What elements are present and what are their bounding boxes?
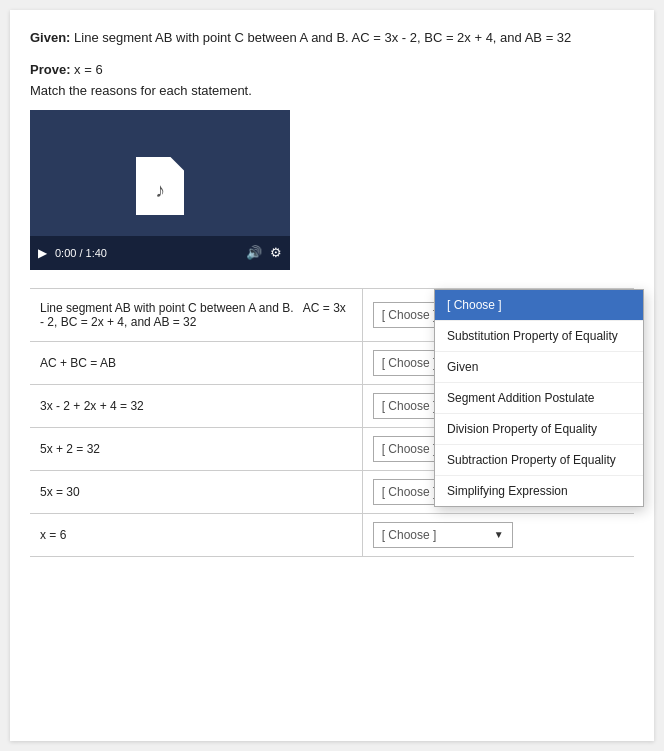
proof-table: Line segment AB with point C between A a… bbox=[30, 288, 634, 557]
dropdown-option-choose[interactable]: [ Choose ] bbox=[435, 290, 643, 321]
dropdown-option-segment[interactable]: Segment Addition Postulate bbox=[435, 383, 643, 414]
reason-cell-1: [ Choose ] ▼ [ Choose ] Substitution Pro… bbox=[362, 288, 634, 341]
statement-cell-3: 3x - 2 + 2x + 4 = 32 bbox=[30, 384, 362, 427]
dropdown-option-simplifying[interactable]: Simplifying Expression bbox=[435, 476, 643, 506]
table-row: Line segment AB with point C between A a… bbox=[30, 288, 634, 341]
given-text: Given: Line segment AB with point C betw… bbox=[30, 28, 634, 48]
time-display: 0:00 / 1:40 bbox=[55, 247, 238, 259]
match-instructions: Match the reasons for each statement. bbox=[30, 83, 634, 98]
dropdown-arrow-6: ▼ bbox=[494, 529, 504, 540]
given-value: Line segment AB with point C between A a… bbox=[74, 30, 571, 45]
prove-value: x = 6 bbox=[74, 62, 103, 77]
choose-label-2: [ Choose ] bbox=[382, 356, 437, 370]
settings-icon[interactable]: ⚙ bbox=[270, 245, 282, 260]
statement-cell-1: Line segment AB with point C between A a… bbox=[30, 288, 362, 341]
choose-label-3: [ Choose ] bbox=[382, 399, 437, 413]
choose-label-1: [ Choose ] bbox=[382, 308, 437, 322]
video-player: ▶ 0:00 / 1:40 🔊 ⚙ bbox=[30, 110, 290, 270]
choose-label-6: [ Choose ] bbox=[382, 528, 437, 542]
dropdown-menu-1[interactable]: [ Choose ] Substitution Property of Equa… bbox=[434, 289, 644, 507]
statement-cell-4: 5x + 2 = 32 bbox=[30, 427, 362, 470]
reason-dropdown-6[interactable]: [ Choose ] ▼ bbox=[373, 522, 513, 548]
play-button[interactable]: ▶ bbox=[38, 246, 47, 260]
choose-label-4: [ Choose ] bbox=[382, 442, 437, 456]
video-thumbnail-icon bbox=[136, 157, 184, 215]
volume-icon[interactable]: 🔊 bbox=[246, 245, 262, 260]
given-label: Given: bbox=[30, 30, 70, 45]
statement-cell-5: 5x = 30 bbox=[30, 470, 362, 513]
dropdown-option-division[interactable]: Division Property of Equality bbox=[435, 414, 643, 445]
reason-cell-6: [ Choose ] ▼ bbox=[362, 513, 634, 556]
page-container: Given: Line segment AB with point C betw… bbox=[10, 10, 654, 741]
dropdown-option-given[interactable]: Given bbox=[435, 352, 643, 383]
statement-cell-6: x = 6 bbox=[30, 513, 362, 556]
prove-text: Prove: x = 6 bbox=[30, 62, 634, 77]
video-controls-bar: ▶ 0:00 / 1:40 🔊 ⚙ bbox=[30, 236, 290, 270]
statement-cell-2: AC + BC = AB bbox=[30, 341, 362, 384]
prove-label: Prove: bbox=[30, 62, 70, 77]
table-row: x = 6 [ Choose ] ▼ bbox=[30, 513, 634, 556]
dropdown-option-substitution[interactable]: Substitution Property of Equality bbox=[435, 321, 643, 352]
dropdown-option-subtraction[interactable]: Subtraction Property of Equality bbox=[435, 445, 643, 476]
choose-label-5: [ Choose ] bbox=[382, 485, 437, 499]
